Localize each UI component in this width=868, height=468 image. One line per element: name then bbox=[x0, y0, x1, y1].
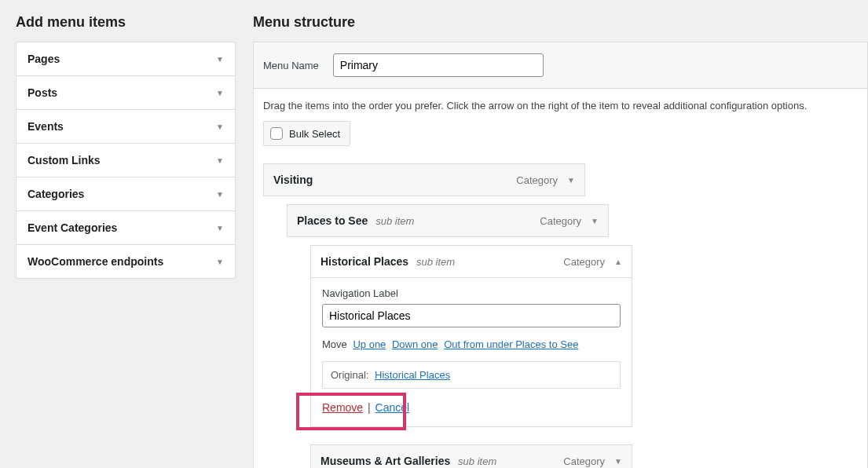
original-link[interactable]: Historical Places bbox=[375, 369, 450, 381]
menu-item-museums[interactable]: Museums & Art Galleries sub item Categor… bbox=[310, 444, 632, 468]
checkbox-icon[interactable] bbox=[270, 127, 283, 140]
menu-name-input[interactable] bbox=[333, 53, 544, 77]
caret-down-icon: ▼ bbox=[216, 258, 224, 266]
caret-down-icon: ▼ bbox=[216, 122, 224, 131]
menu-item-settings: Navigation Label Move Up one Down one Ou… bbox=[310, 278, 632, 427]
original-box: Original: Historical Places bbox=[322, 361, 621, 389]
menu-item-historical-places[interactable]: Historical Places sub item Category ▲ bbox=[310, 245, 632, 278]
menu-name-bar: Menu Name bbox=[253, 42, 868, 89]
menu-body: Drag the items into the order you prefer… bbox=[253, 89, 868, 468]
nav-label-label: Navigation Label bbox=[322, 287, 621, 299]
cancel-link[interactable]: Cancel bbox=[375, 401, 410, 414]
accordion-pages[interactable]: Pages▼ bbox=[16, 42, 235, 75]
move-out-link[interactable]: Out from under Places to See bbox=[444, 338, 578, 350]
accordion-categories[interactable]: Categories▼ bbox=[16, 177, 235, 210]
nav-label-input[interactable] bbox=[322, 304, 621, 327]
instructions-text: Drag the items into the order you prefer… bbox=[263, 100, 858, 112]
menu-item-places-to-see[interactable]: Places to See sub item Category ▼ bbox=[287, 204, 609, 237]
caret-down-icon[interactable]: ▼ bbox=[614, 457, 622, 466]
remove-link[interactable]: Remove bbox=[322, 401, 363, 414]
caret-down-icon: ▼ bbox=[216, 156, 224, 165]
bulk-select-toggle[interactable]: Bulk Select bbox=[263, 121, 350, 146]
move-up-link[interactable]: Up one bbox=[353, 338, 386, 350]
accordion-custom-links[interactable]: Custom Links▼ bbox=[16, 144, 235, 177]
menu-item-visiting[interactable]: Visiting Category ▼ bbox=[263, 163, 585, 196]
menu-items-list: Visiting Category ▼ Places to See sub it… bbox=[263, 163, 858, 468]
accordion-event-categories[interactable]: Event Categories▼ bbox=[16, 211, 235, 244]
menu-structure-title: Menu structure bbox=[253, 14, 868, 31]
menu-structure-panel: Menu structure Menu Name Drag the items … bbox=[236, 0, 868, 468]
menu-name-label: Menu Name bbox=[263, 60, 319, 71]
add-items-title: Add menu items bbox=[16, 14, 236, 31]
add-menu-items-panel: Add menu items Pages▼ Posts▼ Events▼ Cus… bbox=[0, 0, 236, 468]
caret-down-icon: ▼ bbox=[216, 89, 224, 97]
accordion-posts[interactable]: Posts▼ bbox=[16, 76, 235, 109]
caret-down-icon[interactable]: ▼ bbox=[591, 217, 599, 225]
caret-down-icon[interactable]: ▼ bbox=[567, 176, 575, 185]
accordion-events[interactable]: Events▼ bbox=[16, 110, 235, 143]
accordion-woocommerce-endpoints[interactable]: WooCommerce endpoints▼ bbox=[16, 245, 235, 278]
caret-down-icon: ▼ bbox=[216, 224, 224, 232]
caret-up-icon[interactable]: ▲ bbox=[614, 258, 622, 266]
move-down-link[interactable]: Down one bbox=[392, 338, 438, 350]
post-type-accordion: Pages▼ Posts▼ Events▼ Custom Links▼ Cate… bbox=[16, 42, 236, 279]
remove-cancel-row: Remove | Cancel bbox=[322, 401, 409, 414]
move-controls: Move Up one Down one Out from under Plac… bbox=[322, 338, 621, 350]
caret-down-icon: ▼ bbox=[216, 190, 224, 199]
caret-down-icon: ▼ bbox=[216, 55, 224, 64]
